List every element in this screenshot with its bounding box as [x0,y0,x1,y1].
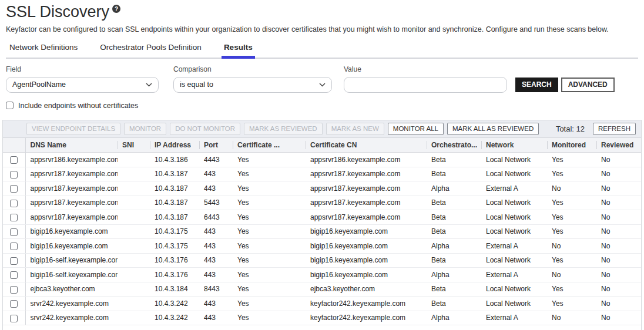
cell-dns-name: ejbca3.keyother.com [25,282,118,297]
monitor-button[interactable]: MONITOR [124,123,166,135]
help-icon[interactable]: ? [112,5,120,13]
table-row[interactable]: appsrvr187.keyexample.com10.4.3.1876443Y… [3,210,641,225]
do-not-monitor-button[interactable]: DO NOT MONITOR [170,123,240,135]
cell-port: 443 [199,181,233,196]
cell-monitored: No [547,239,596,254]
cell-reviewed: No [596,196,641,210]
tab-network-definitions[interactable]: Network Definitions [7,43,80,59]
cell-port: 443 [199,167,233,181]
cell-reviewed: No [596,253,641,268]
cell-network: Local Network [481,196,547,210]
tab-results[interactable]: Results [222,43,255,59]
cell-network: Local Network [481,224,547,239]
cell-dns-name: appsrvr187.keyexample.com [25,181,118,196]
table-row[interactable]: bigip16-self.keyexample.com10.4.3.176443… [3,253,641,268]
row-checkbox[interactable] [10,156,18,164]
cell-reviewed: No [596,224,641,239]
mark-all-as-reviewed-button[interactable]: MARK ALL AS REVIEWED [447,123,539,135]
cell-ip-address: 10.4.3.175 [150,239,199,254]
table-body: appsrvr186.keyexample.com10.4.3.1864443Y… [3,153,641,325]
column-header-network[interactable]: Network [481,138,547,153]
table-row[interactable]: srvr242.keyexample.com10.4.3.242443Yeske… [3,311,641,325]
table-row[interactable]: ejbca3.keyother.com10.4.3.1848443Yesejbc… [3,282,641,297]
row-checkbox-cell [3,196,25,210]
tab-bar: Network DefinitionsOrchestrator Pools De… [6,43,638,59]
view-endpoint-details-button[interactable]: VIEW ENDPOINT DETAILS [26,123,120,135]
table-row[interactable]: bigip16.keyexample.com10.4.3.175443Yesbi… [3,224,641,239]
table-row[interactable]: appsrvr186.keyexample.com10.4.3.1864443Y… [3,153,641,167]
table-row[interactable]: appsrvr187.keyexample.com10.4.3.1875443Y… [3,196,641,210]
row-checkbox-cell [3,253,25,268]
cell-monitored: No [547,181,596,196]
cell-sni [118,297,150,311]
comparison-select[interactable]: is equal to [173,77,332,93]
column-header-certificate-cn[interactable]: Certificate CN [306,138,427,153]
search-button[interactable]: SEARCH [515,78,558,92]
refresh-button[interactable]: REFRESH [593,123,636,135]
mark-as-reviewed-button[interactable]: MARK AS REVIEWED [244,123,323,135]
row-checkbox[interactable] [10,214,18,221]
value-label: Value [344,65,507,73]
column-header-ip-address[interactable]: IP Address [150,138,199,153]
cell-network: External A [481,311,547,325]
cell-sni [118,210,150,225]
include-endpoints-checkbox[interactable] [6,102,14,109]
cell-certificate: Yes [233,210,306,225]
column-header-port[interactable]: Port [199,138,233,153]
row-checkbox[interactable] [10,286,18,294]
tab-orchestrator-pools-definition[interactable]: Orchestrator Pools Definition [98,43,204,59]
column-header-reviewed[interactable]: Reviewed [596,138,641,153]
row-checkbox[interactable] [10,271,18,279]
row-checkbox[interactable] [10,200,18,207]
cell-network: Local Network [481,167,547,181]
column-header-monitored[interactable]: Monitored [547,138,596,153]
row-checkbox[interactable] [10,185,18,193]
value-input[interactable] [344,77,507,93]
cell-reviewed: No [596,181,641,196]
row-checkbox-cell [3,210,25,225]
ssl-discovery-page: SSL Discovery ? Keyfactor can be configu… [0,0,644,330]
cell-port: 8443 [199,282,233,297]
cell-certificate-cn: bigip16.keyexample.com [306,268,427,282]
cell-certificate: Yes [233,268,306,282]
cell-network: External A [481,239,547,254]
cell-certificate-cn: appsrvr187.keyexample.com [306,196,427,210]
cell-orchestrator: Beta [427,153,481,167]
cell-port: 443 [199,268,233,282]
field-select[interactable]: AgentPoolName [6,77,159,93]
cell-certificate: Yes [233,253,306,268]
chevron-down-icon [319,80,326,89]
cell-ip-address: 10.4.3.175 [150,224,199,239]
cell-ip-address: 10.4.3.184 [150,282,199,297]
row-checkbox[interactable] [10,257,18,265]
table-row[interactable]: appsrvr187.keyexample.com10.4.3.187443Ye… [3,181,641,196]
comparison-select-value: is equal to [180,80,213,89]
row-checkbox[interactable] [10,171,18,179]
field-group: Field AgentPoolName [6,65,159,93]
row-checkbox[interactable] [10,243,18,250]
page-title-text: SSL Discovery [6,4,109,21]
cell-reviewed: No [596,268,641,282]
cell-port: 443 [199,224,233,239]
row-checkbox-cell [3,153,25,167]
column-header-certificate[interactable]: Certificate ... [233,138,306,153]
advanced-button[interactable]: ADVANCED [561,78,615,92]
include-endpoints-checkbox-row[interactable]: Include endpoints without certificates [6,102,138,110]
monitor-all-button[interactable]: MONITOR ALL [388,123,444,135]
mark-as-new-button[interactable]: MARK AS NEW [326,123,384,135]
cell-port: 443 [199,239,233,254]
column-header-orchestrator[interactable]: Orchestrato... [427,138,481,153]
table-row[interactable]: bigip16.keyexample.com10.4.3.175443Yesbi… [3,239,641,254]
table-row[interactable]: srvr242.keyexample.com10.4.3.242443Yeske… [3,297,641,311]
column-header-dns-name[interactable]: DNS Name [25,138,118,153]
cell-dns-name: bigip16.keyexample.com [25,224,118,239]
row-checkbox-cell [3,282,25,297]
include-endpoints-checkbox-label: Include endpoints without certificates [18,102,138,110]
table-row[interactable]: appsrvr187.keyexample.com10.4.3.187443Ye… [3,167,641,181]
column-header-sni[interactable]: SNI [118,138,150,153]
row-checkbox[interactable] [10,300,18,308]
table-row[interactable]: bigip16-self.keyexample.com10.4.3.176443… [3,268,641,282]
cell-orchestrator: Alpha [427,268,481,282]
row-checkbox[interactable] [10,315,18,322]
row-checkbox[interactable] [10,228,18,236]
